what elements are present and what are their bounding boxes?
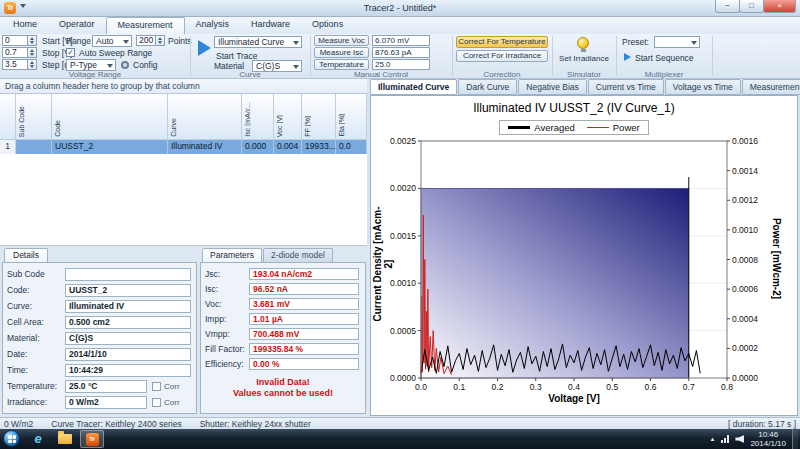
measure-button[interactable]: Measure Voc bbox=[314, 35, 369, 46]
start-sequence-button[interactable]: Start Sequence bbox=[635, 53, 694, 64]
points-value[interactable]: 200 bbox=[136, 35, 156, 46]
group-by-hint[interactable]: Drag a column header here to group by th… bbox=[0, 79, 367, 94]
points-spinner[interactable]: 200 bbox=[136, 35, 165, 46]
field-value: UUSST_2 bbox=[65, 284, 191, 297]
lamp-base-icon bbox=[581, 49, 586, 52]
preset-dropdown[interactable] bbox=[654, 36, 700, 48]
cell-isc[interactable]: 0.000 bbox=[242, 140, 274, 154]
range-dropdown[interactable]: Auto bbox=[92, 35, 132, 47]
chart-tab[interactable]: Illuminated Curve bbox=[370, 79, 457, 95]
panel-tab[interactable]: Parameters bbox=[202, 248, 262, 262]
grid-column-header[interactable]: Eta [%] bbox=[336, 94, 367, 140]
cell-code[interactable]: UUSST_2 bbox=[52, 140, 168, 154]
ribbon-tab[interactable]: Options bbox=[301, 17, 354, 34]
x-axis-label: Voltage [V] bbox=[421, 393, 727, 404]
curve-type-dropdown[interactable]: Illuminated Curve bbox=[214, 36, 302, 48]
grid-column-header[interactable]: FF [%] bbox=[302, 94, 336, 140]
volume-icon[interactable] bbox=[735, 435, 744, 443]
chevron-down-icon bbox=[293, 41, 299, 45]
application-window: Tr Tracer2 - Untitled* − □ × Home Operat… bbox=[0, 0, 800, 449]
cell-voc[interactable]: 0.004 bbox=[274, 140, 302, 154]
panel-tab[interactable]: 2-diode model bbox=[263, 248, 333, 262]
measure-button[interactable]: Measure Isc bbox=[314, 47, 369, 58]
lamp-icon[interactable] bbox=[577, 37, 589, 49]
parameter-label: Efficiency: bbox=[205, 359, 249, 369]
y-tick-label-left: 0.0020 bbox=[390, 183, 416, 193]
measure-value[interactable]: 876.63 pA bbox=[372, 47, 430, 58]
correct-irradiance-button[interactable]: Correct For Irradiance bbox=[456, 50, 548, 62]
row-indicator-column-header bbox=[0, 94, 16, 140]
chart-legend: Averaged Power bbox=[499, 120, 648, 135]
measure-value[interactable]: 6.070 mV bbox=[372, 35, 430, 46]
cell-curve[interactable]: Illuminated IV bbox=[168, 140, 242, 154]
ribbon-tab[interactable]: Home bbox=[2, 17, 48, 34]
tray-expand-icon[interactable]: ▲ bbox=[709, 436, 715, 442]
stop-voltage-spinner[interactable]: 0.7 bbox=[2, 47, 37, 58]
grid-column-header[interactable]: Curve bbox=[168, 94, 242, 140]
manual-control-row: Temperature 25.0 bbox=[314, 59, 430, 70]
cell-sub-code[interactable] bbox=[16, 140, 52, 154]
grid-row[interactable]: 1 UUSST_2 Illuminated IV 0.000 0.004 199… bbox=[0, 140, 367, 154]
minimize-button[interactable]: − bbox=[715, 0, 740, 13]
corr-checkbox[interactable]: Corr bbox=[152, 382, 180, 391]
cell-eta[interactable]: 0.0 bbox=[336, 140, 367, 154]
measure-value[interactable]: 25.0 bbox=[372, 59, 430, 70]
column-header-label: Sub Code bbox=[18, 106, 25, 137]
taskbar-item-explorer[interactable] bbox=[53, 430, 77, 448]
detail-field-row: Code: UUSST_2 Corr bbox=[3, 282, 196, 298]
grid-column-header[interactable]: Sub Code bbox=[16, 94, 52, 140]
tab-details[interactable]: Details bbox=[4, 248, 48, 262]
correct-temperature-button[interactable]: Correct For Temperature bbox=[456, 36, 548, 48]
set-irradiance-button[interactable]: Set Irradiance bbox=[552, 54, 616, 63]
start-button[interactable] bbox=[3, 430, 20, 447]
measure-button[interactable]: Temperature bbox=[314, 59, 369, 70]
spinner-arrows-icon[interactable] bbox=[156, 35, 165, 46]
parameter-label: Fill Factor: bbox=[205, 344, 249, 354]
corr-label: Corr bbox=[164, 398, 180, 407]
step-voltage-spinner[interactable]: 3.5 bbox=[2, 59, 37, 70]
grid-column-header[interactable]: Code bbox=[52, 94, 168, 140]
chart-tab[interactable]: Dark Curve bbox=[458, 79, 517, 95]
grid-column-header[interactable]: Voc [V] bbox=[274, 94, 302, 140]
ribbon-tab[interactable]: Hardware bbox=[240, 17, 301, 34]
taskbar-item-tracer[interactable]: Tr bbox=[80, 430, 104, 448]
chart-tab[interactable]: Voltage vs Time bbox=[665, 79, 741, 95]
config-button[interactable]: Config bbox=[133, 60, 158, 71]
start-trace-play-icon[interactable] bbox=[198, 40, 211, 56]
parameter-value: 96.52 nA bbox=[249, 283, 359, 295]
checkbox-icon[interactable] bbox=[152, 398, 161, 407]
field-value: 25.0 °C bbox=[65, 380, 147, 393]
start-voltage-spinner[interactable]: 0 bbox=[2, 35, 37, 46]
show-desktop-button[interactable] bbox=[792, 429, 798, 449]
ribbon-tab[interactable]: Analysis bbox=[185, 17, 241, 34]
step-voltage-value[interactable]: 3.5 bbox=[2, 59, 28, 70]
ribbon-tab[interactable]: Measurement bbox=[106, 17, 185, 34]
ribbon-tab[interactable]: Operator bbox=[48, 17, 106, 34]
chart-tab[interactable]: Current vs Time bbox=[588, 79, 664, 95]
start-voltage-value[interactable]: 0 bbox=[2, 35, 28, 46]
start-sequence-play-icon[interactable] bbox=[624, 53, 631, 61]
field-label: Temperature: bbox=[7, 381, 65, 391]
checkbox-icon[interactable] bbox=[152, 382, 161, 391]
warning-line-1: Invalid Data! bbox=[201, 377, 365, 388]
spinner-arrows-icon[interactable] bbox=[28, 47, 37, 58]
spinner-arrows-icon[interactable] bbox=[28, 35, 37, 46]
maximize-button[interactable]: □ bbox=[739, 0, 764, 13]
cell-ff[interactable]: 19933... bbox=[302, 140, 336, 154]
grid-column-header[interactable]: Isc [mA/c... bbox=[242, 94, 274, 140]
chart-tab[interactable]: Negative Bias bbox=[518, 79, 586, 95]
stop-voltage-value[interactable]: 0.7 bbox=[2, 47, 28, 58]
parameters-tab-bar: Parameters 2-diode model bbox=[202, 248, 334, 262]
corr-checkbox[interactable]: Corr bbox=[152, 398, 180, 407]
network-icon[interactable] bbox=[721, 435, 729, 443]
chart-tab[interactable]: Measurement bbox=[742, 79, 800, 95]
status-text: Shutter: Keithley 24xx shutter bbox=[200, 419, 311, 429]
close-button[interactable]: × bbox=[763, 0, 796, 13]
taskbar-item-browser[interactable]: e bbox=[26, 430, 50, 448]
clock[interactable]: 10:46 2014/1/10 bbox=[750, 430, 786, 448]
spinner-arrows-icon[interactable] bbox=[28, 59, 37, 70]
chart-title: Illuminated IV UUSST_2 (IV Curve_1) bbox=[421, 101, 727, 115]
cell-type-dropdown[interactable]: P-Type bbox=[66, 59, 116, 71]
iv-plot: 0.00.10.20.30.40.50.60.70.80.00000.00050… bbox=[371, 96, 797, 415]
auto-sweep-checkbox[interactable]: ✓ bbox=[66, 48, 75, 57]
